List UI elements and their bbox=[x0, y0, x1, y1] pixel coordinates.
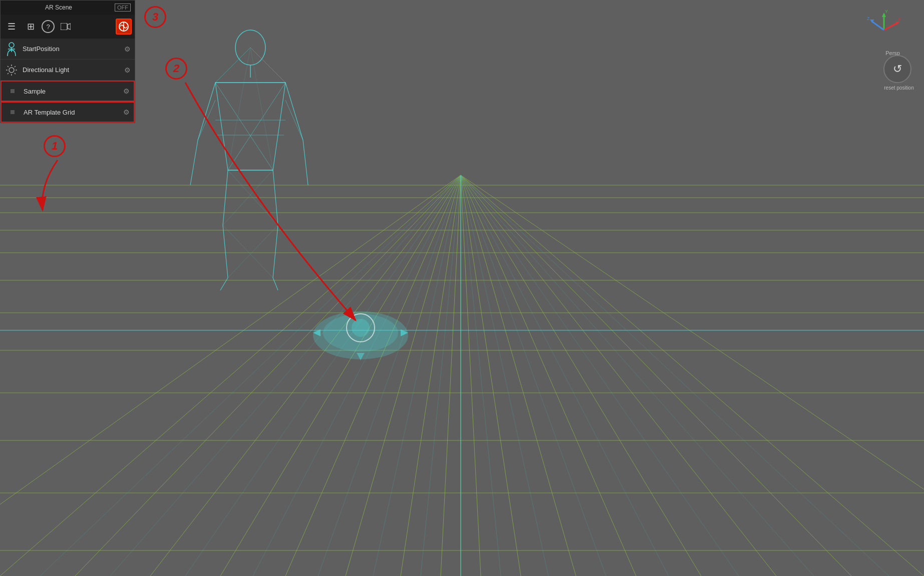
off-badge: OFF bbox=[115, 4, 131, 12]
scene-item-start-position[interactable]: StartPosition ⚙ bbox=[1, 39, 135, 60]
grid-icon bbox=[6, 105, 20, 119]
scene-panel: AR Scene OFF ☰ ⊞ ? bbox=[0, 0, 135, 123]
panel-title: AR Scene bbox=[5, 4, 113, 11]
annotation-2: 2 bbox=[165, 58, 187, 80]
menu-button[interactable]: ☰ bbox=[4, 19, 20, 35]
svg-point-101 bbox=[9, 68, 14, 73]
annotation-3: 3 bbox=[144, 6, 166, 28]
start-position-label: StartPosition bbox=[23, 45, 124, 53]
svg-rect-111 bbox=[11, 110, 15, 114]
reset-icon: ↺ bbox=[893, 63, 902, 76]
sample-label: Sample bbox=[24, 88, 123, 95]
help-button[interactable]: ? bbox=[42, 20, 55, 33]
svg-text:Y: Y bbox=[885, 10, 888, 14]
svg-point-98 bbox=[9, 43, 14, 48]
svg-line-106 bbox=[8, 66, 9, 67]
scene-item-sample[interactable]: Sample ⚙ bbox=[1, 81, 135, 102]
svg-point-80 bbox=[352, 319, 370, 337]
svg-line-107 bbox=[15, 73, 16, 74]
svg-rect-0 bbox=[0, 0, 924, 576]
svg-text:X: X bbox=[898, 17, 901, 22]
directional-light-gear[interactable]: ⚙ bbox=[124, 66, 131, 74]
reset-position-label: reset position bbox=[879, 85, 919, 91]
svg-marker-95 bbox=[68, 24, 71, 30]
sample-gear[interactable]: ⚙ bbox=[123, 87, 130, 95]
ar-template-grid-gear[interactable]: ⚙ bbox=[123, 108, 130, 116]
svg-line-91 bbox=[871, 21, 884, 30]
axis-gizmo: Y X Z bbox=[864, 10, 904, 50]
svg-text:Z: Z bbox=[867, 16, 870, 21]
person-icon bbox=[5, 42, 19, 56]
start-position-gear[interactable]: ⚙ bbox=[124, 45, 131, 53]
svg-line-108 bbox=[15, 66, 16, 67]
scene-item-directional-light[interactable]: Directional Light ⚙ bbox=[1, 60, 135, 81]
svg-line-109 bbox=[8, 73, 9, 74]
toolbar: ☰ ⊞ ? bbox=[1, 15, 135, 39]
ar-template-grid-label: AR Template Grid bbox=[24, 109, 123, 116]
svg-rect-94 bbox=[61, 23, 67, 30]
annotation-1: 1 bbox=[44, 135, 66, 157]
reset-position-button[interactable]: ↺ bbox=[883, 55, 911, 83]
panel-titlebar: AR Scene OFF bbox=[1, 1, 135, 15]
svg-rect-110 bbox=[11, 89, 15, 93]
video-button[interactable] bbox=[58, 19, 74, 35]
perspective-grid bbox=[0, 0, 924, 576]
add-button[interactable]: ⊞ bbox=[23, 19, 39, 35]
svg-line-88 bbox=[884, 23, 898, 30]
sample-icon bbox=[6, 84, 20, 98]
3d-viewport[interactable]: 1 2 3 Y X Z Persp ↺ reset position bbox=[0, 0, 924, 576]
directional-light-label: Directional Light bbox=[23, 66, 124, 74]
ar-mode-button[interactable] bbox=[116, 19, 132, 35]
sun-icon bbox=[5, 63, 19, 77]
scene-item-ar-template-grid[interactable]: AR Template Grid ⚙ bbox=[1, 102, 135, 123]
